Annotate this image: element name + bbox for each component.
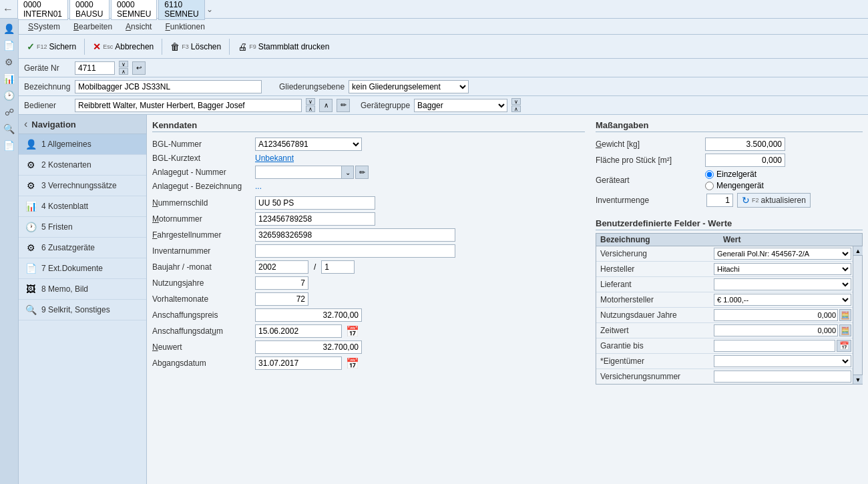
- table-scrollbar[interactable]: ▲ ▼: [853, 246, 862, 384]
- garantie-cal-btn[interactable]: 📅: [837, 340, 851, 352]
- zeitwert-calc-btn[interactable]: 🧮: [839, 324, 851, 336]
- flaeche-input[interactable]: [705, 154, 785, 167]
- gliederungsebene-select[interactable]: kein Gliederungselement: [349, 80, 469, 93]
- bediener-down-btn[interactable]: ∨: [306, 98, 315, 105]
- menu-funktionen[interactable]: Funktionen: [158, 21, 211, 33]
- aktualisieren-button[interactable]: ↻ F2 aktualisieren: [737, 193, 811, 208]
- breadcrumb-item-1[interactable]: 0000 INTERN01: [17, 0, 68, 20]
- left-icon-7[interactable]: 🔍: [2, 122, 17, 136]
- bezeichnung-input[interactable]: [75, 80, 262, 93]
- x-icon: ✕: [93, 41, 101, 52]
- menu-ansicht[interactable]: Ansicht: [119, 21, 158, 33]
- nutzungsdauer-calc-btn[interactable]: 🧮: [839, 309, 851, 321]
- left-icon-8[interactable]: 📄: [2, 138, 17, 153]
- nutzungsdauer-input[interactable]: [714, 309, 838, 321]
- nav-item-memo-bild[interactable]: 🖼 8 Memo, Bild: [19, 279, 146, 300]
- geraete-nr-label: Geräte Nr: [24, 63, 71, 73]
- bgl-nummer-select[interactable]: A1234567891: [255, 138, 362, 151]
- nav-item-fristen[interactable]: 🕐 5 Fristen: [19, 217, 146, 238]
- nav-item-zusatzgeraete[interactable]: ⚙ 6 Zusatzgeräte: [19, 238, 146, 258]
- left-icon-5[interactable]: 🕑: [2, 88, 17, 103]
- nav-item-verrechnungssaetze[interactable]: ⚙ 3 Verrechnungssätze: [19, 176, 146, 196]
- nav-item-selkrit[interactable]: 🔍 9 Selkrit, Sonstiges: [19, 300, 146, 320]
- inventurmenge-input[interactable]: [706, 194, 733, 207]
- geraetegruppe-down-btn[interactable]: ∨: [511, 98, 521, 105]
- lieferant-select[interactable]: [714, 278, 851, 290]
- nummernschild-input[interactable]: [255, 196, 375, 210]
- left-icon-3[interactable]: ⚙: [2, 55, 17, 69]
- breadcrumb-item-2[interactable]: 0000 BAUSU: [69, 0, 110, 20]
- menu-bearbeiten[interactable]: Bearbeiten: [67, 21, 119, 33]
- left-icon-6[interactable]: ☍: [2, 105, 17, 119]
- einzelgeraet-radio[interactable]: [705, 170, 714, 179]
- zeitwert-input[interactable]: [714, 324, 838, 336]
- left-icon-1[interactable]: 👤: [2, 21, 17, 36]
- scrollbar-down-btn[interactable]: ▼: [853, 375, 863, 384]
- bediener-edit-btn[interactable]: ✏: [337, 99, 350, 112]
- print-button[interactable]: 🖨 F9 Stammblatt drucken: [232, 39, 335, 54]
- fahrgestellnummer-input[interactable]: [255, 228, 455, 242]
- slash-sep: /: [311, 262, 318, 272]
- nutzungsjahre-input[interactable]: [255, 276, 308, 290]
- versicherungsnummer-input[interactable]: [714, 371, 851, 383]
- baujahr-label: Baujahr / -monat: [152, 262, 252, 272]
- nav-item-ext-dokumente-text: 7 Ext.Dokumente: [41, 264, 103, 273]
- versicherung-select[interactable]: Generali Pol.Nr: 454567-2/A: [714, 248, 851, 260]
- scrollbar-up-btn[interactable]: ▲: [853, 246, 863, 256]
- anlagegut-nummer-edit-btn[interactable]: ✏: [355, 166, 369, 179]
- motornummer-input[interactable]: [255, 212, 375, 226]
- geraete-nr-up-btn[interactable]: ∧: [119, 68, 128, 75]
- mengengeraet-radio[interactable]: [705, 182, 714, 190]
- nav-item-allgemeines[interactable]: 👤 1 Allgemeines: [19, 134, 146, 155]
- delete-button[interactable]: 🗑 F3 Löschen: [165, 39, 226, 54]
- inventarnummer-input[interactable]: [255, 244, 455, 258]
- baujahr-input[interactable]: [255, 260, 308, 274]
- anschaffungsdatum-cal-icon[interactable]: 📅: [346, 325, 359, 338]
- navigation-sidebar: ‹ Navigation 👤 1 Allgemeines ⚙ 2 Kostena…: [19, 115, 147, 484]
- nav-item-ext-dokumente[interactable]: 📄 7 Ext.Dokumente: [19, 258, 146, 279]
- bediener-input[interactable]: [75, 99, 302, 112]
- eigentuemer-label: *Eigentümer: [596, 354, 712, 369]
- geraete-nr-input[interactable]: [75, 61, 115, 75]
- vorhaltemonate-input[interactable]: [255, 292, 308, 306]
- left-icon-4[interactable]: 📊: [2, 71, 17, 86]
- bediener-up-btn[interactable]: ∧: [306, 105, 315, 112]
- trash-icon: 🗑: [170, 41, 180, 52]
- motorhersteller-select[interactable]: € 1.000,--: [714, 294, 851, 306]
- menu-system[interactable]: SSystem: [21, 21, 67, 33]
- cancel-button[interactable]: ✕ Esc Abbrechen: [87, 39, 159, 54]
- anlagegut-nummer-input[interactable]: [255, 166, 342, 179]
- table-row-hersteller: Hersteller Hitachi: [596, 262, 853, 277]
- baumonat-input[interactable]: [321, 260, 355, 274]
- left-icon-2[interactable]: 📄: [2, 38, 17, 53]
- ext-dokumente-icon: 📄: [24, 262, 37, 275]
- table-row-versicherung: Versicherung Generali Pol.Nr: 454567-2/A: [596, 246, 853, 262]
- breadcrumb-item-4[interactable]: 6110 SEMNEU: [158, 0, 204, 20]
- save-button[interactable]: ✓ F12 Sichern: [21, 39, 81, 54]
- anschaffungsdatum-input[interactable]: [255, 324, 342, 338]
- geraetegruppe-select[interactable]: Bagger: [414, 99, 507, 112]
- kenndaten-title: Kenndaten: [152, 120, 585, 132]
- fristen-icon: 🕐: [24, 220, 37, 234]
- geraete-nr-enter-btn[interactable]: ↩: [132, 61, 146, 75]
- geraetegruppe-up-btn[interactable]: ∧: [511, 105, 521, 112]
- breadcrumb-item-3[interactable]: 0000 SEMNEU: [111, 0, 157, 20]
- anlagegut-bezeichnung-link[interactable]: ...: [255, 182, 262, 191]
- abgangsdatum-input[interactable]: [255, 356, 342, 370]
- gewicht-input[interactable]: [705, 138, 785, 151]
- back-arrow-icon[interactable]: ←: [3, 3, 13, 15]
- anlagegut-nummer-dropdown-btn[interactable]: ⌄: [342, 166, 354, 179]
- garantie-input[interactable]: [714, 340, 835, 352]
- neuwert-input[interactable]: [255, 340, 362, 354]
- geraete-nr-down-btn[interactable]: ∨: [119, 61, 128, 67]
- zusatzgeraete-icon: ⚙: [24, 241, 37, 254]
- abgangsdatum-cal-icon[interactable]: 📅: [346, 357, 359, 370]
- anschaffungspreis-input[interactable]: [255, 308, 362, 322]
- hersteller-select[interactable]: Hitachi: [714, 263, 851, 275]
- nav-back-btn[interactable]: ‹: [24, 118, 27, 130]
- eigentuemer-select[interactable]: [714, 355, 851, 367]
- bediener-up-btn2[interactable]: ∧: [319, 99, 333, 112]
- nav-item-kostenarten[interactable]: ⚙ 2 Kostenarten: [19, 155, 146, 176]
- nav-item-kostenblatt[interactable]: 📊 4 Kostenblatt: [19, 196, 146, 217]
- kostenblatt-icon: 📊: [24, 200, 37, 213]
